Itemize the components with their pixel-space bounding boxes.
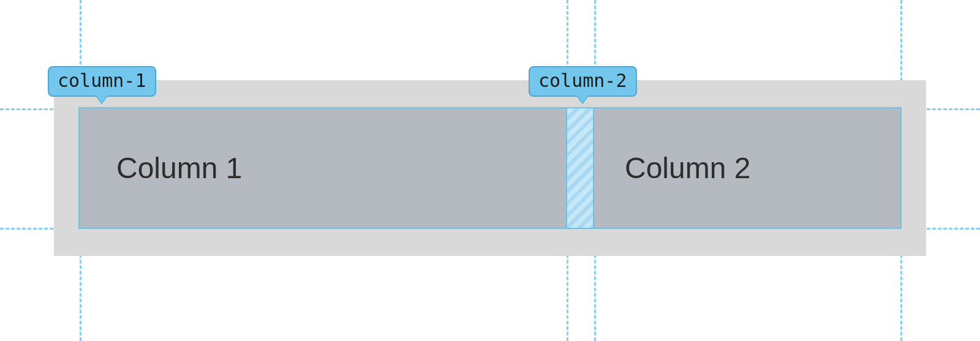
grid-container: Column 1 Column 2 [54,80,926,256]
grid: Column 1 Column 2 [80,108,900,228]
column-2-label: Column 2 [625,151,750,185]
column-gap [567,108,594,228]
badge-text: column-1 [58,70,146,91]
line-name-badge-column-1: column-1 [48,66,156,97]
column-1-label: Column 1 [116,151,242,185]
column-track-2: Column 2 [594,108,900,228]
badge-text: column-2 [538,70,627,91]
column-track-1: Column 1 [80,108,567,228]
line-name-badge-column-2: column-2 [529,66,637,97]
